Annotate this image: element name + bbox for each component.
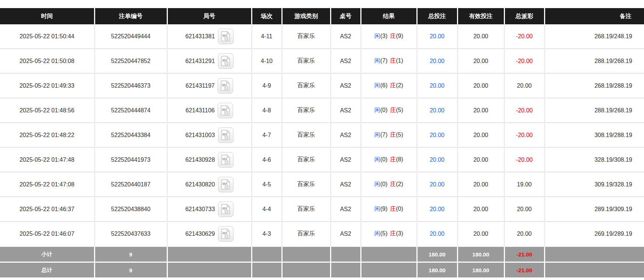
time-cell: 2025-05-22 01:48:56 <box>0 98 94 123</box>
remark-cell: 289.19/309.19 <box>544 197 644 221</box>
summary-empty-cell <box>167 262 252 278</box>
video-replay-button[interactable] <box>218 202 233 217</box>
bet-number-cell: 522520443384 <box>94 123 167 147</box>
valid-bet-cell: 20.00 <box>457 49 504 73</box>
banker-result-score: (3) <box>396 230 404 237</box>
player-result-label: 闲 <box>374 230 380 237</box>
banker-result-score: (8) <box>396 156 404 162</box>
bet-records-table: 时间注单编号局号场次游戏类别桌号结果总投注有效投注总派彩备注 2025-05-2… <box>0 8 644 277</box>
table-row: 2025-05-22 01:50:08 522520447852 6214312… <box>0 49 644 73</box>
banker-result-label: 庄 <box>390 33 396 39</box>
table-row: 2025-05-22 01:47:48 522520441973 6214309… <box>0 147 644 172</box>
game-type-cell: 百家乐 <box>282 172 330 197</box>
table-row: 2025-05-22 01:49:33 522520446373 6214311… <box>0 73 644 98</box>
summary-empty-cell <box>282 246 330 262</box>
player-result-label: 闲 <box>374 132 380 138</box>
banker-result-label: 庄 <box>390 107 396 113</box>
game-type-cell: 百家乐 <box>282 123 330 147</box>
total-bet-cell: 20.00 <box>417 73 457 98</box>
session-cell: 4-4 <box>252 197 282 221</box>
banker-result-label: 庄 <box>390 206 396 212</box>
video-replay-button[interactable] <box>218 177 233 192</box>
column-header-3: 局号 <box>167 8 252 24</box>
summary-row: 小计 9 180.00 180.00 -21.00 <box>0 246 644 262</box>
round-number: 621431381 <box>185 33 215 40</box>
total-bet-cell: 20.00 <box>417 197 457 221</box>
video-replay-button[interactable] <box>218 103 233 118</box>
column-header-2: 注单编号 <box>94 8 167 24</box>
time-cell: 2025-05-22 01:46:07 <box>0 221 94 246</box>
total-bet-cell: 20.00 <box>417 123 457 147</box>
payout-cell: 20.00 <box>504 197 544 221</box>
column-header-5: 游戏类别 <box>282 8 330 24</box>
bet-number-cell: 522520444874 <box>94 98 167 123</box>
video-replay-button[interactable] <box>218 53 233 69</box>
banker-result-score: (2) <box>396 82 404 88</box>
player-result-score: (3) <box>380 33 388 39</box>
valid-bet-cell: 20.00 <box>457 24 504 49</box>
result-cell: 闲(9)庄(0) <box>361 197 417 221</box>
summary-payout-cell: -21.00 <box>504 246 544 262</box>
player-result-score: (9) <box>380 206 388 212</box>
round-number-cell: 621430629 <box>167 221 252 246</box>
player-result-score: (0) <box>380 107 388 113</box>
video-replay-button[interactable] <box>218 226 233 242</box>
player-result-label: 闲 <box>374 82 380 88</box>
table-number-cell: AS2 <box>330 197 361 221</box>
video-replay-button[interactable] <box>218 78 233 94</box>
session-cell: 4-11 <box>252 24 282 49</box>
game-type-cell: 百家乐 <box>282 147 330 172</box>
remark-cell: 309.19/328.19 <box>544 172 644 197</box>
round-number-cell: 621431291 <box>167 49 252 73</box>
game-type-cell: 百家乐 <box>282 98 330 123</box>
table-number-cell: AS2 <box>330 49 361 73</box>
summary-count-cell: 9 <box>94 262 167 278</box>
valid-bet-cell: 20.00 <box>457 123 504 147</box>
round-number: 621430928 <box>185 157 215 163</box>
summary-payout-cell: -21.00 <box>504 262 544 278</box>
summary-total-bet-cell: 180.00 <box>417 262 457 278</box>
page: { "colors": { "header_bg": "#1c1c1c", "f… <box>0 0 644 280</box>
video-replay-button[interactable] <box>218 127 233 143</box>
summary-label-cell: 总计 <box>0 262 94 278</box>
summary-empty-cell <box>361 246 417 262</box>
round-number-cell: 621430733 <box>167 197 252 221</box>
video-replay-button[interactable] <box>218 29 233 44</box>
table-number-cell: AS2 <box>330 24 361 49</box>
round-number-cell: 621430820 <box>167 172 252 197</box>
game-type-cell: 百家乐 <box>282 197 330 221</box>
time-cell: 2025-05-22 01:47:08 <box>0 172 94 197</box>
round-number: 621431291 <box>185 58 215 64</box>
player-result-label: 闲 <box>374 33 380 39</box>
payout-cell: 20.00 <box>504 221 544 246</box>
banker-result-label: 庄 <box>390 230 396 237</box>
result-cell: 闲(7)庄(1) <box>361 49 417 73</box>
round-number: 621430629 <box>185 231 215 237</box>
table-number-cell: AS2 <box>330 147 361 172</box>
banker-result-score: (9) <box>396 33 404 39</box>
video-file-icon <box>221 204 230 214</box>
valid-bet-cell: 20.00 <box>457 147 504 172</box>
session-cell: 4-7 <box>252 123 282 147</box>
player-result-label: 闲 <box>374 181 380 187</box>
summary-valid-bet-cell: 180.00 <box>457 246 504 262</box>
total-bet-cell: 20.00 <box>417 98 457 123</box>
valid-bet-cell: 20.00 <box>457 197 504 221</box>
video-file-icon <box>221 154 230 165</box>
bet-number-cell: 522520438840 <box>94 197 167 221</box>
valid-bet-cell: 20.00 <box>457 221 504 246</box>
payout-cell: 19.00 <box>504 172 544 197</box>
result-cell: 闲(6)庄(2) <box>361 73 417 98</box>
session-cell: 4-10 <box>252 49 282 73</box>
player-result-label: 闲 <box>374 156 380 162</box>
player-result-score: (0) <box>380 181 388 187</box>
session-cell: 4-3 <box>252 221 282 246</box>
banker-result-score: (5) <box>396 132 404 138</box>
table-number-cell: AS2 <box>330 172 361 197</box>
video-replay-button[interactable] <box>218 152 233 168</box>
column-header-4: 场次 <box>252 8 282 24</box>
remark-cell: 288.19/268.19 <box>544 49 644 73</box>
result-cell: 闲(0)庄(2) <box>361 172 417 197</box>
result-cell: 闲(5)庄(3) <box>361 221 417 246</box>
banker-result-label: 庄 <box>390 181 396 187</box>
